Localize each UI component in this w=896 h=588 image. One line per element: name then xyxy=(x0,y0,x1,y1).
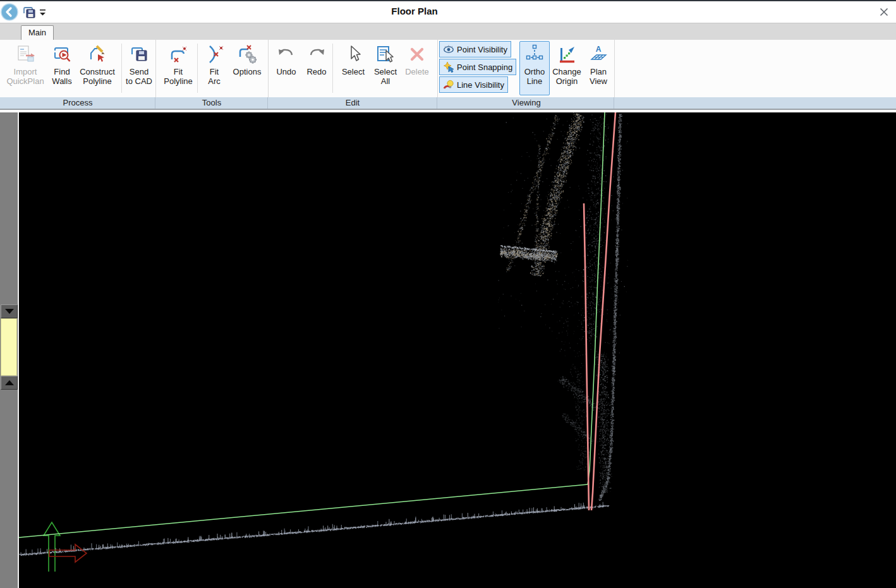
import-quickplan-label-1: Import xyxy=(14,67,37,76)
point-cloud-viewport[interactable] xyxy=(19,112,896,588)
plan-view-label-2: View xyxy=(590,76,607,86)
change-origin-button[interactable]: Change Origin xyxy=(550,41,584,87)
change-origin-axes-icon xyxy=(557,42,577,67)
point-visibility-toggle[interactable]: Point Visibility xyxy=(439,41,511,57)
group-caption-viewing: Viewing xyxy=(512,98,540,107)
ribbon-group-viewing: Point Visibility Point Snapping Lin xyxy=(437,40,615,97)
fit-polyline-icon xyxy=(168,42,188,67)
window-title: Floor Plan xyxy=(0,6,829,16)
ortho-line-label-2: Line xyxy=(527,76,543,86)
select-all-icon xyxy=(375,42,396,67)
plan-view-label-1: Plan xyxy=(590,67,607,76)
construct-polyline-icon xyxy=(87,42,107,67)
import-quickplan-label-2: QuickPlan xyxy=(6,76,44,86)
ribbon-group-edit: Undo Redo Se xyxy=(268,40,438,97)
group-caption-edit: Edit xyxy=(346,98,360,107)
send-to-cad-icon xyxy=(129,42,149,67)
send-to-cad-button[interactable]: Send to CAD xyxy=(124,41,154,87)
ribbon-group-tools: Fit Polyline Fit Arc xyxy=(155,40,269,97)
elevation-range-highlight[interactable] xyxy=(1,318,17,376)
construct-polyline-button[interactable]: Construct Polyline xyxy=(75,41,120,87)
fit-arc-icon xyxy=(204,42,224,67)
fit-polyline-label-2: Polyline xyxy=(164,76,193,86)
group-caption-process: Process xyxy=(63,98,93,107)
point-visibility-label: Point Visibility xyxy=(457,45,507,54)
line-visibility-label: Line Visibility xyxy=(457,80,504,90)
titlebar: Floor Plan xyxy=(0,1,896,23)
redo-label-1: Redo xyxy=(306,67,326,76)
construct-polyline-label-1: Construct xyxy=(80,67,115,76)
delete-label-1: Delete xyxy=(405,67,429,76)
fit-arc-label-2: Arc xyxy=(208,76,221,86)
delete-x-icon xyxy=(407,42,427,67)
delete-button[interactable]: Delete xyxy=(402,41,432,77)
find-walls-icon xyxy=(52,42,72,67)
line-visibility-toggle[interactable]: Line Visibility xyxy=(439,76,508,93)
tab-strip: Main xyxy=(0,23,896,40)
ortho-line-label-1: Ortho xyxy=(524,67,545,76)
select-label-1: Select xyxy=(342,67,365,76)
find-walls-button[interactable]: Find Walls xyxy=(48,41,76,87)
plan-view-icon: A xyxy=(588,42,608,67)
caption-separator xyxy=(155,97,155,109)
undo-button[interactable]: Undo xyxy=(272,41,301,77)
ribbon-group-process: Import QuickPlan Find Walls xyxy=(0,40,156,97)
point-snapping-toggle[interactable]: Point Snapping xyxy=(439,59,516,75)
lightbulb-icon xyxy=(443,79,454,90)
eye-icon xyxy=(443,44,454,55)
point-snapping-label: Point Snapping xyxy=(457,63,512,72)
elevation-lower-handle-button[interactable] xyxy=(1,376,18,390)
select-all-button[interactable]: Select All xyxy=(370,41,401,87)
triangle-up-icon xyxy=(5,380,14,385)
select-button[interactable]: Select xyxy=(337,41,369,77)
redo-button[interactable]: Redo xyxy=(302,41,331,77)
fit-polyline-label-1: Fit xyxy=(174,67,183,76)
send-to-cad-label-1: Send xyxy=(130,67,148,76)
app-window: Floor Plan Main xyxy=(0,0,896,588)
ribbon-caption-bar: Process Tools Edit Viewing xyxy=(0,97,896,109)
ribbon: Import QuickPlan Find Walls xyxy=(0,40,896,110)
redo-icon xyxy=(306,42,327,67)
change-origin-label-1: Change xyxy=(552,67,581,76)
find-walls-label-1: Find xyxy=(54,67,70,76)
options-gear-icon xyxy=(237,42,257,67)
triangle-down-icon xyxy=(5,309,14,314)
fit-arc-button[interactable]: Fit Arc xyxy=(200,41,229,87)
close-icon xyxy=(877,5,891,19)
undo-icon xyxy=(276,42,296,67)
fit-polyline-button[interactable]: Fit Polyline xyxy=(159,41,197,87)
ortho-line-button[interactable]: Ortho Line xyxy=(519,41,550,95)
elevation-upper-handle-button[interactable] xyxy=(1,304,18,318)
close-button[interactable] xyxy=(877,5,891,19)
caption-separator xyxy=(437,97,437,109)
send-to-cad-label-2: to CAD xyxy=(126,76,152,86)
caption-separator xyxy=(267,97,268,109)
select-all-label-2: All xyxy=(381,76,390,86)
svg-text:A: A xyxy=(596,45,602,54)
import-quickplan-button[interactable]: Import QuickPlan xyxy=(4,41,47,87)
tab-main[interactable]: Main xyxy=(21,25,54,40)
construct-polyline-label-2: Polyline xyxy=(83,76,112,86)
change-origin-label-2: Origin xyxy=(556,76,578,86)
ortho-line-icon xyxy=(524,42,545,67)
caption-separator xyxy=(614,97,614,109)
options-button[interactable]: Options xyxy=(229,41,265,77)
fit-arc-label-1: Fit xyxy=(210,67,219,76)
select-cursor-icon xyxy=(343,42,363,67)
plan-view-button[interactable]: A Plan View xyxy=(584,41,613,87)
group-inner-separator xyxy=(197,44,198,93)
find-walls-label-2: Walls xyxy=(52,76,71,86)
group-inner-separator xyxy=(332,44,333,93)
options-label-1: Options xyxy=(233,67,262,76)
undo-label-1: Undo xyxy=(276,67,296,76)
select-all-label-1: Select xyxy=(374,67,397,76)
snap-star-icon xyxy=(443,61,454,73)
import-quickplan-icon xyxy=(15,42,35,67)
elevation-slider-strip xyxy=(0,112,19,588)
viewing-toggles: Point Visibility Point Snapping Lin xyxy=(439,41,516,94)
group-caption-tools: Tools xyxy=(202,98,221,107)
group-inner-separator xyxy=(121,44,122,93)
